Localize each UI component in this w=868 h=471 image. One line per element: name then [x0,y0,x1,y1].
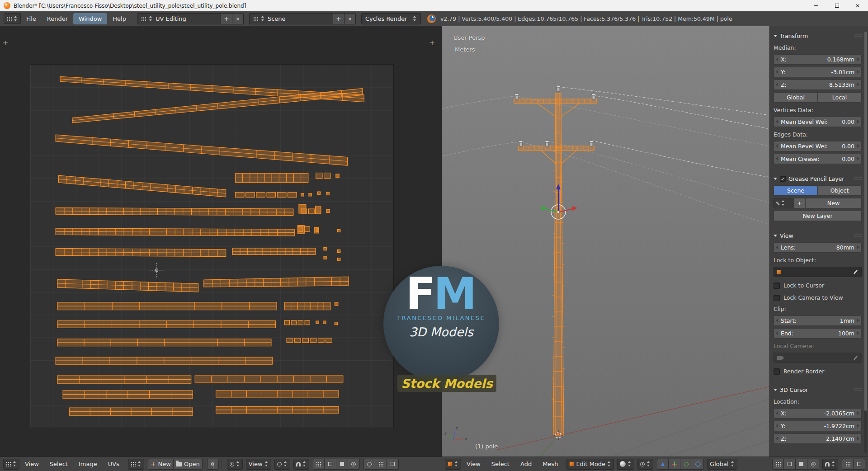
increment-arrow-icon[interactable] [857,83,859,86]
increment-arrow-icon[interactable] [857,331,859,335]
image-browse-dropdown[interactable] [128,459,144,470]
decrement-arrow-icon[interactable] [776,157,778,160]
transform-orientation-dropdown[interactable]: Global [707,459,737,470]
delete-screen-layout-button[interactable] [232,13,244,24]
menu-file[interactable]: File [21,13,42,24]
maximize-button[interactable] [826,0,847,11]
lens-field[interactable]: Lens:80mm [774,242,862,253]
decrement-arrow-icon[interactable] [776,319,778,322]
local-button[interactable]: Local [818,92,862,103]
snap-dropdown[interactable] [293,459,309,470]
eyedropper-icon[interactable] [853,355,859,361]
decrement-arrow-icon[interactable] [776,424,778,428]
uv-menu-uvs[interactable]: UVs [103,457,125,471]
new-image-button[interactable]: New [148,459,174,470]
open-image-button[interactable]: Open [174,459,203,470]
render-border-row[interactable]: Render Border [774,365,862,377]
opengl-render-anim-button[interactable] [854,459,865,470]
uv-draw-other-objects-button[interactable] [387,459,399,470]
view-mode-dropdown[interactable]: View [246,459,271,470]
increment-arrow-icon[interactable] [857,319,859,322]
eyedropper-icon[interactable] [853,269,859,275]
median-y-field[interactable]: Y:-3.01cm [774,67,862,77]
uv-menu-select[interactable]: Select [44,457,73,471]
gp-object-tab[interactable]: Object [818,185,862,196]
panel-scrollbar[interactable] [864,32,867,453]
minimize-button[interactable] [806,0,826,11]
increment-arrow-icon[interactable] [857,424,859,428]
manipulator-translate-button[interactable] [669,459,680,470]
select-mode-face[interactable] [796,459,807,470]
median-x-field[interactable]: X:-0.168mm [774,54,862,65]
limit-visible-button[interactable] [807,459,819,470]
gp-add-button[interactable] [794,198,805,208]
cursor-x-field[interactable]: X:-2.0365cm [774,408,862,419]
vertex-bevel-weight-field[interactable]: Mean Bevel Wei:0.00 [774,117,862,127]
region-expand-plus-icon[interactable] [429,40,436,47]
edge-bevel-weight-field[interactable]: Mean Bevel Wei:0.00 [774,141,862,151]
vp-menu-view[interactable]: View [461,457,486,471]
menu-help[interactable]: Help [107,13,132,24]
new-layer-button[interactable]: New Layer [774,211,862,221]
panel-drag-grip-icon[interactable] [854,233,862,238]
viewport-3d[interactable]: x y z User Persp Meters (1) pole Transfo… [442,26,868,457]
panel-header-3d-cursor[interactable]: 3D Cursor [774,383,862,396]
cursor-z-field[interactable]: Z:2.1407cm [774,433,862,444]
decrement-arrow-icon[interactable] [776,437,778,440]
clip-end-field[interactable]: End:100m [774,328,862,339]
vp-menu-mesh[interactable]: Mesh [537,457,563,471]
uv-menu-view[interactable]: View [19,457,44,471]
snap-dropdown-3d[interactable] [822,459,838,470]
increment-arrow-icon[interactable] [857,411,859,415]
uv-select-mode-face[interactable] [336,459,348,470]
decrement-arrow-icon[interactable] [776,83,778,86]
menu-render[interactable]: Render [42,13,73,24]
gp-scene-tab[interactable]: Scene [774,185,818,196]
decrement-arrow-icon[interactable] [776,144,778,148]
local-camera-field[interactable] [774,353,862,363]
region-expand-plus-icon[interactable] [2,40,9,47]
screen-layout-dropdown[interactable]: UV Editing [137,13,221,24]
vp-menu-add[interactable]: Add [515,457,537,471]
increment-arrow-icon[interactable] [857,245,859,249]
uv-select-mode-edge[interactable] [325,459,336,470]
pivot-dropdown[interactable] [227,459,243,470]
mean-crease-field[interactable]: Mean Crease:0.00 [774,154,862,164]
global-button[interactable]: Global [774,92,818,103]
select-mode-edge[interactable] [784,459,796,470]
panel-drag-grip-icon[interactable] [854,176,862,181]
decrement-arrow-icon[interactable] [776,120,778,123]
delete-scene-button[interactable] [344,13,356,24]
grease-pencil-checkbox[interactable] [780,176,786,182]
editor-type-selector-info[interactable] [4,13,21,24]
uv-select-mode-vertex[interactable] [313,459,325,470]
manipulator-toggle-button[interactable] [657,459,669,470]
decrement-arrow-icon[interactable] [776,331,778,335]
pin-image-button[interactable] [207,459,219,470]
gp-new-button[interactable]: New [805,198,862,208]
lock-to-cursor-row[interactable]: Lock to Cursor [774,279,862,292]
sticky-selection-button[interactable] [363,459,375,470]
scene-dropdown[interactable]: Scene [249,13,333,24]
cursor-y-field[interactable]: Y:-1.9722cm [774,421,862,431]
gp-datablock-dropdown[interactable] [774,198,794,208]
increment-arrow-icon[interactable] [857,70,859,74]
panel-drag-grip-icon[interactable] [854,33,862,38]
increment-arrow-icon[interactable] [857,157,859,160]
panel-drag-grip-icon[interactable] [854,387,862,392]
menu-window[interactable]: Window [73,13,107,24]
vp-menu-select[interactable]: Select [486,457,515,471]
pivot-point-dropdown[interactable] [637,459,653,470]
decrement-arrow-icon[interactable] [776,411,778,415]
uv-menu-image[interactable]: Image [73,457,103,471]
render-engine-dropdown[interactable]: Cycles Render [361,13,421,24]
editor-type-selector-3d[interactable] [445,459,461,470]
mode-dropdown[interactable]: Edit Mode [566,459,614,470]
increment-arrow-icon[interactable] [857,437,859,440]
manipulator-rotate-button[interactable] [680,459,692,470]
opengl-render-button[interactable] [842,459,854,470]
panel-header-transform[interactable]: Transform [774,29,862,42]
uv-select-mode-island[interactable] [348,459,360,470]
add-scene-button[interactable] [333,13,344,24]
manipulator-scale-button[interactable] [692,459,704,470]
